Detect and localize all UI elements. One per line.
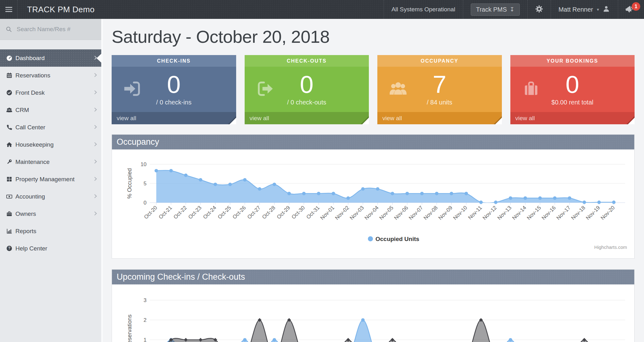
card-subtitle: / 0 check-outs bbox=[287, 99, 326, 106]
card-subtitle: $0.00 rent total bbox=[552, 99, 593, 106]
svg-text:Oct-27: Oct-27 bbox=[246, 205, 262, 220]
svg-text:Nov-04: Nov-04 bbox=[364, 205, 380, 221]
question-circle-icon: ? bbox=[6, 245, 13, 252]
chevron-down-icon: ▾ bbox=[597, 7, 599, 12]
svg-text:Nov-06: Nov-06 bbox=[393, 205, 409, 221]
sidebar-item-housekeeping[interactable]: Housekeeping bbox=[0, 136, 101, 153]
svg-text:Nov-02: Nov-02 bbox=[334, 205, 350, 221]
sidebar-item-label: Property Management bbox=[15, 176, 75, 183]
svg-text:Oct-25: Oct-25 bbox=[217, 205, 232, 220]
card-check-outs: CHECK-OUTS0/ 0 check-outsview all bbox=[245, 55, 369, 124]
svg-text:Nov-13: Nov-13 bbox=[496, 205, 513, 221]
card-subtitle: / 0 check-ins bbox=[156, 99, 192, 106]
chevron-right-icon bbox=[93, 211, 97, 216]
sidebar-item-reservations[interactable]: Reservations bbox=[0, 67, 101, 84]
sidebar-item-label: Dashboard bbox=[15, 55, 45, 62]
card-value: 0 bbox=[300, 73, 314, 96]
system-status-text: All Systems Operational bbox=[384, 0, 463, 19]
app-switcher-button[interactable]: Track PMS ↧ bbox=[471, 3, 520, 16]
occupancy-panel: Occupancy 1050% OccupiedOct-20Oct-21Oct-… bbox=[112, 134, 635, 259]
view-all-link[interactable]: view all bbox=[117, 115, 136, 121]
main-content: Saturday - October 20, 2018 CHECK-INS0/ … bbox=[103, 19, 644, 342]
sign-in-icon bbox=[124, 80, 141, 99]
search-input[interactable] bbox=[16, 25, 101, 33]
occupancy-panel-title: Occupancy bbox=[112, 135, 634, 149]
users-group-icon bbox=[389, 80, 407, 99]
chevron-right-icon bbox=[93, 56, 97, 60]
home-icon bbox=[6, 141, 13, 148]
sidebar-item-label: Front Desk bbox=[15, 89, 45, 96]
sidebar-search bbox=[0, 19, 101, 40]
gear-icon bbox=[535, 5, 543, 14]
svg-text:Nov-12: Nov-12 bbox=[481, 205, 498, 221]
sidebar-item-label: Owners bbox=[15, 210, 36, 217]
view-all-link[interactable]: view all bbox=[515, 115, 535, 121]
sidebar-item-call-center[interactable]: Call Center bbox=[0, 119, 101, 136]
svg-text:Nov-20: Nov-20 bbox=[600, 205, 616, 221]
bar-chart-icon bbox=[6, 228, 13, 234]
sidebar-item-label: CRM bbox=[15, 107, 29, 114]
sidebar-item-label: Housekeeping bbox=[15, 141, 53, 148]
sidebar-item-reports[interactable]: Reports bbox=[0, 222, 101, 240]
svg-text:Nov-09: Nov-09 bbox=[437, 205, 453, 221]
svg-text:Nov-17: Nov-17 bbox=[555, 205, 572, 221]
sidebar-item-dashboard[interactable]: Dashboard bbox=[0, 49, 101, 67]
settings-button[interactable] bbox=[527, 0, 551, 19]
sidebar-item-label: Help Center bbox=[15, 245, 47, 252]
upcoming-checkins-checkouts-panel: Upcoming Check-ins / Check-outs 321Reser… bbox=[112, 269, 635, 342]
svg-text:5: 5 bbox=[144, 181, 147, 187]
svg-text:3: 3 bbox=[144, 297, 147, 303]
user-avatar-icon bbox=[602, 5, 610, 14]
sidebar-item-label: Call Center bbox=[15, 124, 45, 131]
view-all-link[interactable]: view all bbox=[250, 115, 269, 121]
top-bar: TRACK PM Demo All Systems Operational Tr… bbox=[0, 0, 644, 19]
briefcase-icon bbox=[6, 210, 13, 217]
check-circle-icon bbox=[6, 89, 13, 96]
sidebar-item-help-center[interactable]: ?Help Center bbox=[0, 240, 101, 257]
sign-out-icon bbox=[257, 80, 274, 99]
notification-badge: 1 bbox=[632, 2, 640, 11]
menu-toggle-icon[interactable] bbox=[0, 0, 18, 19]
calendar-icon bbox=[6, 72, 13, 79]
chart-legend: Occupied Units bbox=[368, 236, 419, 242]
sidebar-item-label: Maintenance bbox=[15, 159, 50, 165]
svg-text:Nov-01: Nov-01 bbox=[319, 205, 336, 221]
view-all-link[interactable]: view all bbox=[382, 115, 402, 121]
svg-text:Nov-11: Nov-11 bbox=[467, 205, 483, 221]
phone-icon bbox=[6, 124, 13, 131]
sidebar-item-maintenance[interactable]: Maintenance bbox=[0, 153, 101, 171]
page-title: Saturday - October 20, 2018 bbox=[112, 26, 635, 47]
sidebar-item-label: Reports bbox=[15, 228, 36, 235]
sidebar-item-accounting[interactable]: Accounting bbox=[0, 188, 101, 205]
card-your-bookings: YOUR BOOKINGS0$0.00 rent totalview all bbox=[510, 55, 635, 124]
notifications-button[interactable]: 1 bbox=[618, 0, 644, 19]
chevron-right-icon bbox=[93, 73, 97, 77]
svg-text:Nov-05: Nov-05 bbox=[378, 205, 395, 221]
svg-text:2: 2 bbox=[144, 317, 147, 323]
svg-text:Nov-10: Nov-10 bbox=[452, 205, 468, 221]
stat-cards: CHECK-INS0/ 0 check-insview allCHECK-OUT… bbox=[112, 55, 635, 124]
card-value: 0 bbox=[566, 73, 579, 96]
search-icon bbox=[6, 26, 12, 32]
svg-text:Oct-23: Oct-23 bbox=[187, 205, 203, 220]
card-check-ins: CHECK-INS0/ 0 check-insview all bbox=[112, 55, 236, 124]
sidebar-item-front-desk[interactable]: Front Desk bbox=[0, 84, 101, 101]
corner-fold-icon bbox=[230, 118, 236, 124]
user-menu[interactable]: Matt Renner ▾ bbox=[551, 0, 618, 19]
gauge-icon bbox=[6, 55, 13, 61]
chevron-right-icon bbox=[93, 125, 97, 129]
svg-text:Nov-15: Nov-15 bbox=[526, 205, 542, 221]
suitcase-icon bbox=[522, 80, 540, 99]
grid-icon bbox=[6, 176, 13, 182]
sidebar-item-owners[interactable]: Owners bbox=[0, 205, 101, 222]
svg-text:Oct-21: Oct-21 bbox=[158, 205, 173, 220]
sidebar-item-property-management[interactable]: Property Management bbox=[0, 171, 101, 188]
svg-text:Nov-16: Nov-16 bbox=[541, 205, 557, 221]
sidebar-item-crm[interactable]: CRM bbox=[0, 101, 101, 119]
chevron-right-icon bbox=[93, 160, 97, 164]
svg-text:Nov-03: Nov-03 bbox=[349, 205, 365, 221]
svg-text:Oct-28: Oct-28 bbox=[261, 205, 277, 220]
svg-text:Oct-30: Oct-30 bbox=[291, 205, 306, 220]
sidebar-menu: DashboardReservationsFront DeskCRMCall C… bbox=[0, 40, 101, 257]
svg-text:Nov-14: Nov-14 bbox=[511, 205, 527, 221]
